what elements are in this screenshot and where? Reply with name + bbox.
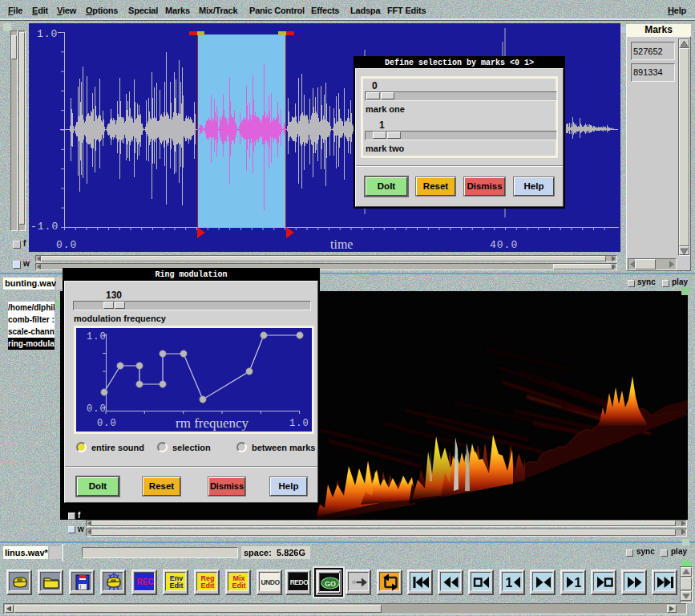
svg-text:0.0: 0.0 xyxy=(87,403,107,415)
svg-text:1: 1 xyxy=(506,576,513,590)
svg-text:40.0: 40.0 xyxy=(490,239,518,251)
svg-text:0.0: 0.0 xyxy=(97,418,117,429)
svg-text:1.0: 1.0 xyxy=(37,28,58,40)
svg-text:GO: GO xyxy=(325,580,336,588)
svg-text:-1.0: -1.0 xyxy=(30,221,59,233)
svg-text:1: 1 xyxy=(575,576,582,590)
svg-text:0.0: 0.0 xyxy=(56,239,77,251)
svg-text:1.0: 1.0 xyxy=(87,331,107,342)
svg-text:1.0: 1.0 xyxy=(289,418,309,429)
svg-text:time: time xyxy=(330,237,353,251)
svg-text:rm frequency: rm frequency xyxy=(176,415,249,431)
